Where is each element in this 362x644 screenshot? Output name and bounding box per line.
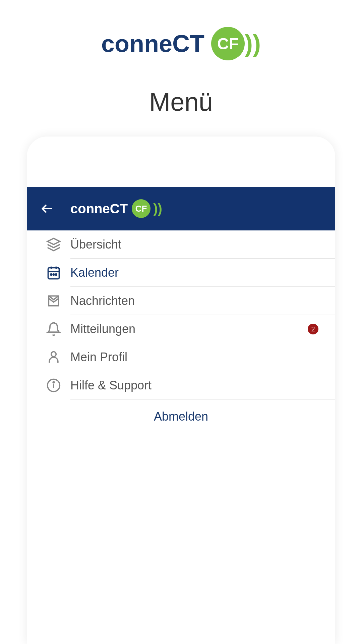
menu-item-profile[interactable]: Mein Profil [27, 343, 335, 371]
menu-item-overview[interactable]: Übersicht [27, 230, 335, 259]
menu-item-label: Mitteilungen [70, 322, 308, 336]
svg-point-9 [51, 352, 56, 357]
mail-icon [37, 293, 70, 308]
menu-item-label: Übersicht [70, 237, 325, 252]
info-icon [37, 378, 70, 393]
logout-button[interactable]: Abmelden [27, 399, 335, 434]
cf-badge: CF )) [211, 27, 261, 60]
menu-item-notifications[interactable]: Mitteilungen 2 [27, 315, 335, 343]
header-sound-waves-icon: )) [153, 201, 162, 216]
calendar-icon [37, 265, 70, 280]
svg-point-7 [53, 274, 54, 275]
outer-logo-text: conneCT [101, 30, 204, 57]
svg-point-6 [51, 274, 52, 275]
page-title: Menü [149, 87, 213, 116]
svg-rect-2 [48, 268, 59, 279]
outer-logo: conneCT CF )) [101, 27, 261, 60]
back-arrow-icon[interactable] [40, 202, 54, 215]
app-header: conneCT CF )) [27, 187, 335, 230]
menu-item-label: Hilfe & Support [70, 378, 325, 392]
menu-item-label: Kalender [70, 266, 325, 280]
menu-item-calendar[interactable]: Kalender [27, 259, 335, 287]
menu-item-label: Nachrichten [70, 294, 325, 308]
menu-list: Übersicht Kalender Nachrichten [27, 230, 335, 434]
menu-item-label: Mein Profil [70, 350, 325, 364]
svg-point-12 [53, 382, 54, 383]
phone-inner: conneCT CF )) Übersicht Kalender [27, 137, 335, 644]
header-logo-text: conneCT [70, 201, 128, 216]
header-cf-circle: CF [132, 199, 150, 218]
layers-icon [37, 237, 70, 252]
phone-frame: conneCT CF )) Übersicht Kalender [27, 137, 335, 644]
cf-circle: CF [211, 27, 245, 60]
notification-badge: 2 [308, 324, 318, 334]
svg-point-8 [56, 274, 57, 275]
bell-icon [37, 322, 70, 336]
menu-item-messages[interactable]: Nachrichten [27, 287, 335, 315]
svg-marker-1 [48, 238, 60, 245]
sound-waves-icon: )) [245, 38, 261, 50]
user-icon [37, 350, 70, 365]
header-logo: conneCT CF )) [70, 199, 162, 218]
menu-item-help[interactable]: Hilfe & Support [27, 371, 335, 399]
